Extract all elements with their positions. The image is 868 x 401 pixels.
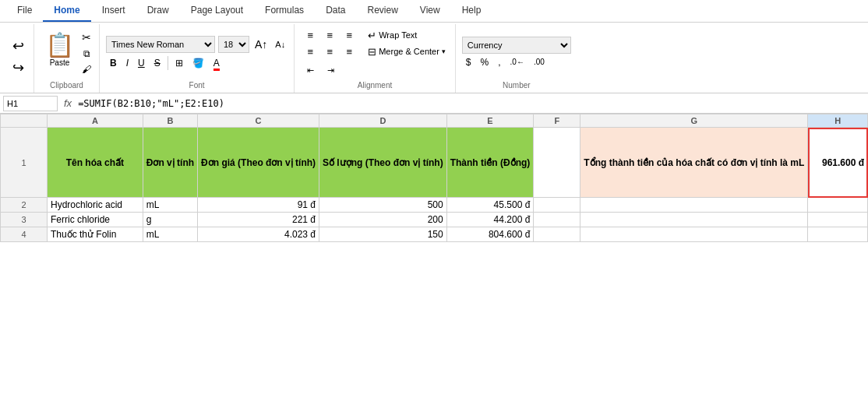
cell-g1[interactable]: Tổng thành tiền của hóa chất có đơn vị t… [580,128,808,198]
cell-d4[interactable]: 150 [319,227,447,242]
ribbon: File Home Insert Draw Page Layout Formul… [0,0,868,93]
dollar-button[interactable]: $ [462,55,475,69]
cell-reference-input[interactable] [3,96,58,111]
cell-e1[interactable]: Thành tiền (Đồng) [446,128,534,198]
row-header-2[interactable]: 2 [1,198,48,213]
col-header-d[interactable]: D [319,114,447,128]
wrap-merge-col: ↵ Wrap Text ⊟ Merge & Center ▾ [365,28,449,59]
cut-icon: ✂ [82,31,91,44]
tab-data[interactable]: Data [315,0,356,22]
col-header-c[interactable]: C [198,114,319,128]
font-shrink-button[interactable]: A↓ [273,39,288,50]
bold-button[interactable]: B [106,56,121,70]
tab-draw[interactable]: Draw [136,0,180,22]
cell-d3[interactable]: 200 [319,213,447,227]
increase-decimal-button[interactable]: .00 [530,56,549,68]
cell-b3[interactable]: g [143,213,197,227]
align-top-right[interactable]: ≡ [340,27,358,43]
percent-button[interactable]: % [477,55,493,69]
col-header-b[interactable]: B [143,114,197,128]
formula-input[interactable] [78,98,865,109]
cut-button[interactable]: ✂ [80,30,93,45]
cell-g2[interactable] [580,198,808,213]
redo-button[interactable]: ↪ [9,58,27,78]
row-header-1[interactable]: 1 [1,128,48,198]
underline-button[interactable]: U [134,56,149,70]
align-top-center[interactable]: ≡ [320,27,339,43]
align-middle-right[interactable]: ≡ [340,44,358,59]
comma-button[interactable]: , [494,55,504,69]
cell-f4[interactable] [534,227,580,242]
font-name-select[interactable]: Times New Roman [106,36,215,53]
tab-review[interactable]: Review [356,0,408,22]
ribbon-tabs: File Home Insert Draw Page Layout Formul… [0,0,868,23]
format-painter-button[interactable]: 🖌 [80,62,93,76]
cell-b2[interactable]: mL [143,198,197,213]
indent-increase-button[interactable]: ⇥ [321,62,340,78]
redo-icon: ↪ [12,59,24,76]
alignment-grid: ≡ ≡ ≡ ≡ ≡ ≡ [301,27,358,59]
undo-icon: ↩ [12,37,24,55]
row-3: 3 Ferric chloride g 221 đ 200 44.200 đ [1,213,868,227]
undo-button[interactable]: ↩ [9,36,27,56]
copy-button[interactable]: ⧉ [80,47,93,61]
strikethrough-button[interactable]: S [150,56,164,70]
tab-insert[interactable]: Insert [91,0,136,22]
cell-c4[interactable]: 4.023 đ [198,227,319,242]
cell-c3[interactable]: 221 đ [198,213,319,227]
align-middle-center[interactable]: ≡ [320,44,339,59]
cell-a1[interactable]: Tên hóa chất [48,128,143,198]
cell-e4[interactable]: 804.600 đ [446,227,534,242]
cell-h2[interactable] [808,198,868,213]
cell-a2[interactable]: Hydrochloric acid [48,198,143,213]
align-top-left[interactable]: ≡ [301,27,319,43]
cell-h3[interactable] [808,213,868,227]
cell-f3[interactable] [534,213,580,227]
cell-d2[interactable]: 500 [319,198,447,213]
cell-b1[interactable]: Đơn vị tính [143,128,197,198]
cell-d1[interactable]: Số lượng (Theo đơn vị tính) [319,128,447,198]
borders-button[interactable]: ⊞ [171,56,187,70]
col-header-g[interactable]: G [580,114,808,128]
cell-f1[interactable] [534,128,580,198]
cell-g4[interactable] [580,227,808,242]
wrap-text-button[interactable]: ↵ Wrap Text [365,28,449,43]
tab-file[interactable]: File [6,0,43,22]
row-header-3[interactable]: 3 [1,213,48,227]
merge-center-dropdown[interactable]: ▾ [442,47,446,55]
row-header-4[interactable]: 4 [1,227,48,242]
cell-f2[interactable] [534,198,580,213]
italic-button[interactable]: I [122,56,132,70]
align-middle-left[interactable]: ≡ [301,44,319,59]
cell-c2[interactable]: 91 đ [198,198,319,213]
tab-view[interactable]: View [409,0,451,22]
decrease-decimal-button[interactable]: .0← [506,56,528,68]
cell-a3[interactable]: Ferric chloride [48,213,143,227]
tab-help[interactable]: Help [451,0,492,22]
col-header-e[interactable]: E [446,114,534,128]
tab-formulas[interactable]: Formulas [254,0,315,22]
number-format-select[interactable]: Currency [462,37,571,54]
merge-center-button[interactable]: ⊟ Merge & Center ▾ [365,44,449,59]
col-header-h[interactable]: H [808,114,868,128]
copy-icon: ⧉ [83,48,90,59]
clipboard-group: 📋 Paste ✂ ⧉ 🖌 Clipboard [34,24,100,93]
cell-e2[interactable]: 45.500 đ [446,198,534,213]
cell-a4[interactable]: Thuốc thử Folin [48,227,143,242]
paste-button[interactable]: 📋 Paste [41,30,79,76]
fill-color-button[interactable]: 🪣 [189,56,208,70]
cell-g3[interactable] [580,213,808,227]
font-grow-button[interactable]: A↑ [252,37,270,51]
tab-home[interactable]: Home [43,0,90,22]
cell-h4[interactable] [808,227,868,242]
col-header-f[interactable]: F [534,114,580,128]
col-header-a[interactable]: A [48,114,143,128]
cell-c1[interactable]: Đơn giá (Theo đơn vị tính) [198,128,319,198]
indent-decrease-button[interactable]: ⇤ [301,62,319,78]
cell-e3[interactable]: 44.200 đ [446,213,534,227]
font-color-button[interactable]: A [210,56,224,70]
font-size-select[interactable]: 18 [218,36,249,53]
tab-page-layout[interactable]: Page Layout [180,0,254,22]
cell-h1[interactable]: 961.600 đ [808,128,868,198]
cell-b4[interactable]: mL [143,227,197,242]
